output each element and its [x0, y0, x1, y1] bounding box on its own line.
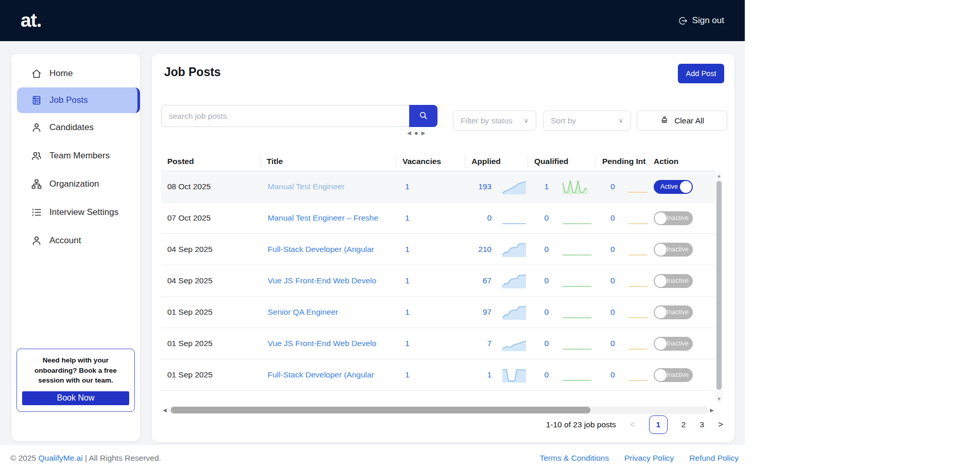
organization-icon — [31, 178, 42, 190]
horizontal-scrollbar-thumb[interactable] — [171, 407, 590, 413]
pending-value[interactable]: 0 — [596, 370, 615, 379]
job-title-link[interactable]: Vue JS Front-End Web Develo — [260, 276, 396, 285]
sparkline-flat-green — [563, 304, 591, 320]
sparkline-dip — [502, 367, 526, 383]
status-toggle-inactive[interactable]: Inactive — [654, 337, 693, 351]
sidebar-item-team-members[interactable]: Team Members — [11, 141, 140, 170]
add-post-button[interactable]: Add Post — [678, 64, 724, 83]
vacancies-value[interactable]: 1 — [396, 213, 465, 223]
clear-all-button[interactable]: Clear All — [637, 111, 727, 131]
toggle-knob — [680, 181, 692, 193]
toggle-knob — [655, 275, 667, 287]
search-input[interactable] — [161, 105, 437, 127]
sidebar-item-account[interactable]: Account — [11, 226, 140, 255]
footer-link-terms-conditions[interactable]: Terms & Conditions — [540, 454, 609, 463]
status-toggle-inactive[interactable]: Inactive — [654, 243, 693, 257]
qualified-value[interactable]: 0 — [528, 213, 549, 223]
qualified-value[interactable]: 0 — [528, 307, 549, 317]
pending-value[interactable]: 0 — [596, 276, 615, 285]
table-vertical-scrollbar[interactable]: ▲ ▼ — [715, 172, 723, 403]
applied-cell: 1 — [465, 367, 528, 383]
footer-link-refund-policy[interactable]: Refund Policy — [689, 454, 739, 463]
horizontal-scrollbar-track[interactable] — [168, 406, 708, 414]
column-header-pending-int: Pending Int — [596, 155, 647, 168]
posted-date: 07 Oct 2025 — [161, 213, 260, 223]
interview-settings-icon — [31, 207, 42, 218]
sparkline-rise-smooth — [502, 179, 526, 194]
pagination-next-button[interactable]: > — [718, 420, 723, 430]
book-now-button[interactable]: Book Now — [22, 391, 129, 405]
status-label: Inactive — [667, 277, 689, 284]
vacancies-value[interactable]: 1 — [396, 276, 465, 285]
sort-by-dropdown[interactable]: Sort by ∨ — [543, 111, 631, 131]
sidebar-item-home[interactable]: Home — [11, 59, 140, 87]
table-horizontal-scrollbar[interactable]: ◀ ▶ — [161, 406, 715, 414]
job-title-link[interactable]: Manual Test Engineer — [260, 182, 396, 191]
copyright-text: © 2025 QualifyMe.ai | All Rights Reserve… — [10, 454, 161, 463]
job-title-link[interactable]: Vue JS Front-End Web Develo — [260, 339, 396, 348]
status-label: Inactive — [667, 340, 689, 347]
sidebar-item-interview-settings[interactable]: Interview Settings — [11, 198, 140, 226]
applied-cell: 0 — [465, 210, 528, 226]
applied-value[interactable]: 67 — [465, 276, 492, 285]
job-title-link[interactable]: Senior QA Engineer — [260, 307, 396, 317]
footer-link-privacy-policy[interactable]: Privacy Policy — [624, 454, 674, 463]
vacancies-value[interactable]: 1 — [396, 339, 465, 348]
qualified-value[interactable]: 0 — [528, 370, 549, 379]
vacancies-value[interactable]: 1 — [396, 307, 465, 317]
sort-by-label: Sort by — [551, 116, 576, 125]
vertical-scrollbar-thumb[interactable] — [716, 181, 722, 390]
sparkline-rise-steps — [502, 273, 526, 288]
job-title-link[interactable]: Full-Stack Developer (Angular — [260, 245, 396, 254]
sidebar-item-organization[interactable]: Organization — [11, 170, 140, 198]
pending-value[interactable]: 0 — [596, 213, 615, 223]
status-toggle-inactive[interactable]: Inactive — [654, 305, 693, 319]
qualified-cell: 0 — [528, 367, 596, 383]
pending-value[interactable]: 0 — [596, 245, 615, 254]
vacancies-value[interactable]: 1 — [396, 182, 465, 191]
screen: at. Sign out HomeJob PostsCandidatesTeam… — [0, 0, 980, 471]
applied-value[interactable]: 97 — [465, 307, 492, 317]
qualified-value[interactable]: 0 — [528, 276, 549, 285]
applied-value[interactable]: 210 — [465, 245, 492, 254]
sparkline-flat-green — [563, 242, 591, 257]
qualified-value[interactable]: 1 — [528, 182, 549, 191]
pending-value[interactable]: 0 — [596, 307, 615, 317]
sign-out-button[interactable]: Sign out — [678, 15, 724, 26]
vacancies-value[interactable]: 1 — [396, 245, 465, 254]
qualified-value[interactable]: 0 — [528, 245, 549, 254]
status-toggle-inactive[interactable]: Inactive — [654, 274, 693, 288]
scroll-right-arrow-icon[interactable]: ▶ — [708, 407, 715, 413]
sidebar-item-candidates[interactable]: Candidates — [11, 113, 140, 141]
pending-value[interactable]: 0 — [596, 339, 615, 348]
pagination-summary: 1-10 of 23 job posts — [546, 420, 616, 429]
pagination-page-3[interactable]: 3 — [699, 420, 704, 429]
pagination-page-1[interactable]: 1 — [649, 415, 668, 434]
job-title-link[interactable]: Manual Test Engineer – Freshe — [260, 213, 396, 223]
vacancies-value[interactable]: 1 — [396, 370, 465, 379]
applied-value[interactable]: 0 — [465, 213, 492, 223]
search-icon — [418, 114, 428, 122]
sidebar-item-label: Organization — [49, 179, 99, 189]
scroll-up-arrow-icon[interactable]: ▲ — [715, 173, 723, 178]
status-toggle-inactive[interactable]: Inactive — [654, 211, 693, 225]
status-toggle-active[interactable]: Active — [654, 180, 693, 194]
text-cursor-artifact: ◀●▶ — [407, 129, 425, 137]
applied-value[interactable]: 193 — [465, 182, 492, 191]
scroll-left-arrow-icon[interactable]: ◀ — [161, 407, 168, 413]
pagination-prev-button[interactable]: < — [630, 420, 635, 430]
status-toggle-inactive[interactable]: Inactive — [654, 368, 693, 382]
pending-value[interactable]: 0 — [596, 182, 615, 191]
applied-value[interactable]: 1 — [465, 370, 492, 379]
job-title-link[interactable]: Full-Stack Developer (Angular — [260, 370, 396, 379]
brand-link[interactable]: QualifyMe.ai — [39, 454, 83, 462]
sparkline-flat-yellow — [628, 304, 648, 320]
applied-value[interactable]: 7 — [465, 339, 492, 348]
qualified-value[interactable]: 0 — [528, 339, 549, 348]
scroll-down-arrow-icon[interactable]: ▼ — [715, 396, 723, 402]
search-button[interactable] — [409, 105, 437, 127]
pagination-page-2[interactable]: 2 — [681, 420, 686, 429]
sidebar-item-job-posts[interactable]: Job Posts — [17, 87, 140, 113]
filter-by-status-dropdown[interactable]: Filter by status ∨ — [453, 111, 536, 131]
sidebar-item-label: Account — [49, 236, 81, 246]
